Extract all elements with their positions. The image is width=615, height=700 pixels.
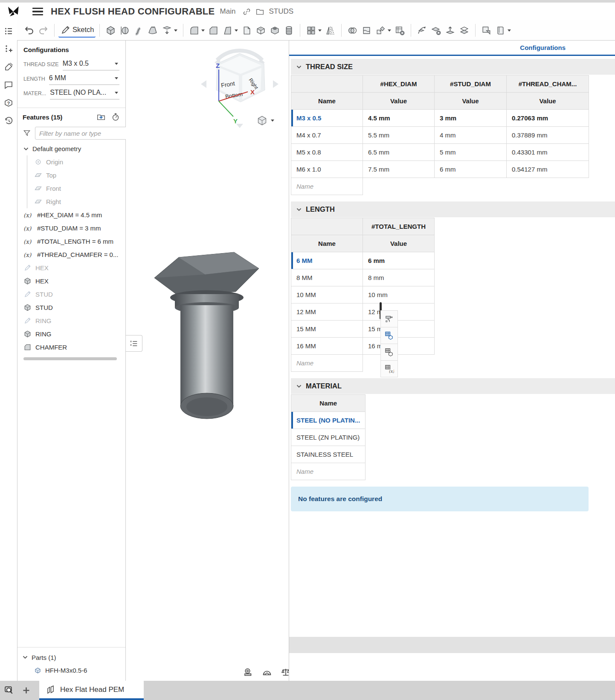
config-value-cell[interactable]: 10 mm [363,286,435,303]
search-tabs-button[interactable] [0,685,18,696]
loft-button[interactable] [146,24,160,37]
config-value-cell[interactable]: 5.5 mm [363,127,435,144]
delete-part-button[interactable] [393,24,407,37]
workspace-name[interactable]: Main [220,7,236,16]
table-row[interactable]: M6 x 1.0 7.5 mm 6 mm 0.54127 mm [291,161,589,178]
config-value-cell[interactable]: 6 mm [363,252,435,269]
table-row[interactable]: 10 MM 10 mm [291,286,435,303]
rib-button[interactable] [240,24,254,37]
tree-item-variable[interactable]: (x)#HEX_DIAM = 4.5 mm [23,208,120,222]
tab-configurations[interactable]: Configurations [289,41,615,56]
viewport-3d[interactable]: Front Right Bottom Z X Y [126,41,289,681]
table-row[interactable]: STAINLESS STEEL [291,446,366,463]
param-header[interactable]: #HEX_DIAM [363,76,435,93]
config-option-name[interactable]: STEEL (ZN PLATING) [291,429,366,446]
tree-item-right-plane[interactable]: Right [27,195,120,208]
tree-item-extrude[interactable]: HEX [23,274,120,288]
thread-button[interactable] [282,24,296,37]
tree-item-sketch[interactable]: STUD [23,288,120,301]
configurations-table-tab[interactable] [380,327,398,344]
table-row[interactable]: 15 MM 15 mm [291,321,435,338]
replace-face-button[interactable] [443,24,457,37]
config-value-cell[interactable]: 6.5 mm [363,144,435,161]
config-option-name[interactable]: STAINLESS STEEL [291,446,366,463]
share-link-icon[interactable] [242,7,251,16]
param-header[interactable]: #TOTAL_LENGTH [363,218,435,235]
feature-script-button[interactable] [493,24,513,37]
sketch-button[interactable]: Sketch [58,23,96,38]
tree-item-variable[interactable]: (x)#STUD_DIAM = 3 mm [23,222,120,235]
config-value-cell[interactable]: 12 mm [363,303,435,321]
config-option-name[interactable]: M4 x 0.7 [291,127,363,144]
main-menu-icon[interactable] [32,8,43,16]
tree-item-top-plane[interactable]: Top [27,169,120,182]
config-value-cell[interactable]: 8 mm [363,269,435,286]
undo-button[interactable] [22,24,36,37]
new-row-placeholder[interactable]: Name [291,355,363,372]
configurations-panel-icon[interactable] [3,44,14,54]
table-row[interactable]: STEEL (NO PLATIN... [291,412,366,429]
linear-pattern-button[interactable] [304,24,323,37]
tape-measure-icon[interactable] [243,667,253,677]
move-face-button[interactable] [415,24,429,37]
sweep-button[interactable] [132,24,146,37]
project-name[interactable]: STUDS [269,7,293,16]
tab-part-studio[interactable]: Hex Flat Head PEM [39,681,144,700]
param-header[interactable]: #THREAD_CHAM... [507,76,589,93]
table-row[interactable]: 6 MM 6 mm [291,252,435,269]
transform-button[interactable] [374,24,393,37]
part-list-item[interactable]: HFH-M3x0.5-6 [23,664,120,677]
config-value-cell[interactable]: 5 mm [435,144,507,161]
protractor-icon[interactable] [262,667,272,677]
filter-icon[interactable] [23,129,31,137]
section-header-length[interactable]: LENGTH [291,201,615,217]
add-tab-button[interactable] [18,686,34,695]
tree-item-front-plane[interactable]: Front [27,182,120,195]
offset-surface-button[interactable] [457,24,471,37]
tree-item-chamfer[interactable]: CHAMFER [23,341,120,354]
config-value-cell[interactable]: 4.5 mm [363,110,435,127]
config-value-cell[interactable]: 4 mm [435,127,507,144]
new-row-placeholder[interactable]: Name [291,178,363,195]
table-row[interactable]: 16 MM 16 mm [291,338,435,355]
part-model-hex-flush-head-stud[interactable] [152,251,264,435]
onshape-logo-icon[interactable] [3,3,23,20]
param-header[interactable]: #STUD_DIAM [435,76,507,93]
chevron-down-icon[interactable] [508,29,511,32]
history-panel-icon[interactable] [3,116,14,126]
hole-button[interactable] [268,24,282,37]
material-select[interactable]: STEEL (NO PLA... [50,89,119,99]
chevron-down-icon[interactable] [201,29,205,32]
section-header-material[interactable]: MATERIAL [291,378,615,394]
appearance-table-tab[interactable] [380,310,398,327]
config-value-cell[interactable]: 15 mm [363,321,435,338]
table-row[interactable]: M4 x 0.7 5.5 mm 4 mm 0.37889 mm [291,127,589,144]
shell-button[interactable] [254,24,268,37]
new-row[interactable]: Name [291,463,366,480]
chevron-down-icon[interactable] [271,120,274,122]
chevron-down-icon[interactable] [23,147,29,151]
delete-face-button[interactable] [429,24,443,37]
panel-horizontal-scrollbar[interactable] [289,637,615,653]
mirror-button[interactable] [323,24,337,37]
table-row[interactable]: 12 MM 12 mm [291,303,435,321]
revolve-button[interactable] [118,24,132,37]
configured-variables-tab[interactable] [380,360,398,377]
new-row[interactable]: Name [291,355,435,372]
config-option-name[interactable]: 16 MM [291,338,363,355]
tree-item-sketch[interactable]: HEX [23,261,120,274]
redo-button[interactable] [36,24,50,37]
tree-item-default-geometry[interactable]: Default geometry [23,142,120,155]
table-row[interactable]: M3 x 0.5 4.5 mm 3 mm 0.27063 mm [291,110,589,127]
chamfer-button[interactable] [206,24,220,37]
config-option-name[interactable]: M5 x 0.8 [291,144,363,161]
boolean-button[interactable] [345,24,360,37]
isometric-cube-icon[interactable] [256,115,268,126]
table-row[interactable]: M5 x 0.8 6.5 mm 5 mm 0.43301 mm [291,144,589,161]
length-select[interactable]: 6 MM [49,74,119,85]
tree-item-sketch[interactable]: RING [23,314,120,327]
featurescript-notices-icon[interactable] [3,98,14,108]
feature-tree-scrollbar[interactable] [23,357,117,360]
configured-features-tab[interactable] [380,344,398,361]
config-value-cell[interactable]: 6 mm [435,161,507,178]
